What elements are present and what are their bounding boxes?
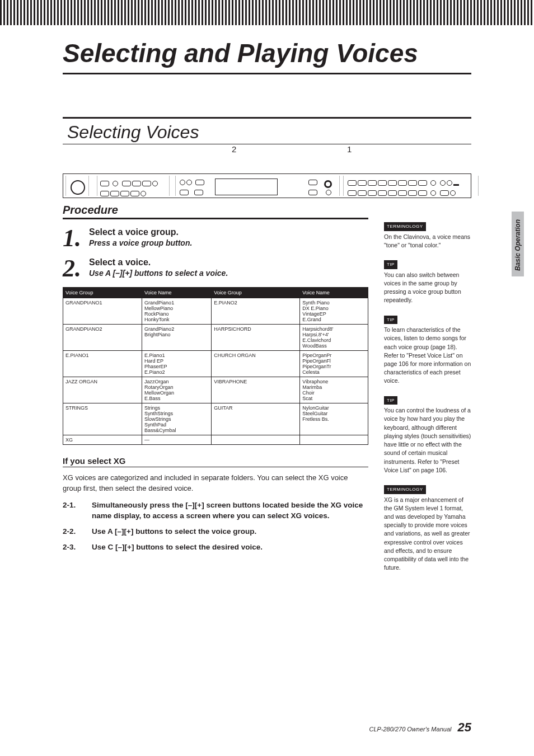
procedure-heading: Procedure — [63, 204, 368, 219]
tip-label: TIP — [384, 396, 397, 405]
table-cell: GRANDPIANO2 — [63, 325, 142, 351]
button-icon — [152, 181, 158, 186]
step-number: 2. — [63, 257, 81, 280]
table-cell: GUITAR — [212, 403, 300, 435]
callout-1: 1 — [347, 144, 352, 154]
button-icon — [100, 181, 109, 186]
tip-text: You can also switch between voices in th… — [384, 271, 471, 305]
button-icon — [180, 190, 189, 195]
tip: TERMINOLOGYXG is a major enhancement of … — [384, 485, 471, 572]
table-cell: XG — [63, 435, 142, 445]
table-cell: Synth PianoDX E.PianoVintageEPE.Grand — [300, 298, 368, 325]
th: Voice Name — [142, 288, 212, 298]
button-icon — [180, 180, 185, 185]
substep-number: 2-1. — [63, 500, 82, 522]
xg-heading: If you select XG — [63, 456, 368, 467]
substep: 2-1.Simultaneously press the [–][+] scre… — [63, 500, 368, 522]
table-cell: GrandPiano1MellowPianoRockPianoHonkyTonk — [142, 298, 212, 325]
procedure-column: Procedure 1. Select a voice group. Press… — [63, 204, 368, 583]
table-cell: CHURCH ORGAN — [212, 351, 300, 377]
dial-icon — [71, 180, 85, 195]
button-icon — [100, 191, 109, 196]
page-title: Selecting and Playing Voices — [63, 38, 471, 74]
step-title: Select a voice group. — [89, 227, 192, 237]
button-icon — [140, 191, 146, 196]
table-cell — [212, 435, 300, 445]
tip-text: XG is a major enhancement of the GM Syst… — [384, 496, 471, 572]
table-cell: E.Piano1Hard EPPhaserEPE.Piano2 — [142, 351, 212, 377]
table-cell: StringsSynthStringsSlowStringsSynthPadBa… — [142, 403, 212, 435]
tip: TIPTo learn characteristics of the voice… — [384, 315, 471, 386]
button-icon — [195, 180, 204, 185]
button-icon — [130, 191, 139, 196]
step-1: 1. Select a voice group. Press a voice g… — [63, 227, 368, 250]
table-cell: GrandPiano2BrightPiano — [142, 325, 212, 351]
barcode-decoration — [0, 0, 534, 25]
button-icon — [308, 180, 317, 185]
table-cell: JAZZ ORGAN — [63, 377, 142, 403]
table-cell: NylonGuitarSteelGuitarFretless Bs. — [300, 403, 368, 435]
substep-text: Use A [–][+] buttons to select the voice… — [92, 526, 256, 537]
button-icon — [324, 180, 332, 188]
page: Selecting and Playing Voices Basic Opera… — [0, 0, 534, 756]
xg-substeps: 2-1.Simultaneously press the [–][+] scre… — [63, 500, 368, 552]
table-cell: GRANDPIANO1 — [63, 298, 142, 325]
tip-text: On the Clavinova, a voice means "tone" o… — [384, 233, 471, 250]
step-number: 1. — [63, 227, 81, 250]
table-cell: PipeOrganPrPipeOrganFlPipeOrganTrCelesta — [300, 351, 368, 377]
table-cell: HARPSICHORD — [212, 325, 300, 351]
substep: 2-2.Use A [–][+] buttons to select the v… — [63, 526, 368, 537]
button-icon — [326, 190, 331, 195]
page-number: 25 — [458, 720, 471, 734]
step-title: Select a voice. — [89, 257, 228, 267]
table-cell: VibraphoneMarimbaChoirScat — [300, 377, 368, 403]
voice-table: Voice Group Voice Name Voice Group Voice… — [63, 287, 368, 445]
tip-text: To learn characteristics of the voices, … — [384, 326, 471, 386]
step-sub: Press a voice group button. — [89, 238, 192, 247]
tips-column: TERMINOLOGYOn the Clavinova, a voice mea… — [384, 204, 471, 583]
button-icon — [308, 190, 317, 195]
th: Voice Name — [300, 288, 368, 298]
table-cell: STRINGS — [63, 403, 142, 435]
button-icon — [186, 180, 192, 185]
callout-2: 2 — [232, 144, 236, 154]
section-tab: Basic Operation — [512, 212, 524, 276]
table-cell: Harpsichord8'Harpsi.8'+4'E.ClavichordWoo… — [300, 325, 368, 351]
footer: CLP-280/270 Owner's Manual 25 — [369, 720, 471, 735]
step-sub: Use A [–][+] buttons to select a voice. — [89, 269, 228, 278]
table-cell: VIBRAPHONE — [212, 377, 300, 403]
button-icon — [120, 191, 129, 196]
button-icon — [110, 191, 119, 196]
tip: TIPYou can also switch between voices in… — [384, 260, 471, 304]
button-icon — [122, 181, 131, 186]
tip-text: You can control the loudness of a voice … — [384, 406, 471, 475]
table-cell: JazzOrganRotaryOrganMellowOrganE.Bass — [142, 377, 212, 403]
substep: 2-3.Use C [–][+] buttons to select the d… — [63, 542, 368, 553]
tip-label: TERMINOLOGY — [384, 222, 426, 231]
button-icon — [194, 190, 203, 195]
button-icon — [132, 181, 141, 186]
tip-label: TIP — [384, 260, 397, 269]
substep-number: 2-2. — [63, 526, 82, 537]
table-cell: — — [142, 435, 212, 445]
xg-text: XG voices are categorized and included i… — [63, 473, 368, 494]
th: Voice Group — [212, 288, 300, 298]
substep-text: Use C [–][+] buttons to select the desir… — [92, 542, 263, 553]
screen-icon — [215, 179, 278, 195]
section-title: Selecting Voices — [63, 117, 471, 144]
substep-number: 2-3. — [63, 542, 82, 553]
button-icon — [113, 181, 118, 186]
th: Voice Group — [63, 288, 142, 298]
tip: TIPYou can control the loudness of a voi… — [384, 396, 471, 475]
table-cell: E.PIANO1 — [63, 351, 142, 377]
table-cell — [300, 435, 368, 445]
table-cell: E.PIANO2 — [212, 298, 300, 325]
substep-text: Simultaneously press the [–][+] screen b… — [92, 500, 368, 522]
step-2: 2. Select a voice. Use A [–][+] buttons … — [63, 257, 368, 280]
tip-label: TERMINOLOGY — [384, 485, 426, 494]
button-icon — [142, 181, 151, 186]
footer-text: CLP-280/270 Owner's Manual — [369, 726, 451, 732]
tip: TERMINOLOGYOn the Clavinova, a voice mea… — [384, 222, 471, 250]
panel-diagram — [63, 173, 471, 198]
tip-label: TIP — [384, 316, 397, 325]
